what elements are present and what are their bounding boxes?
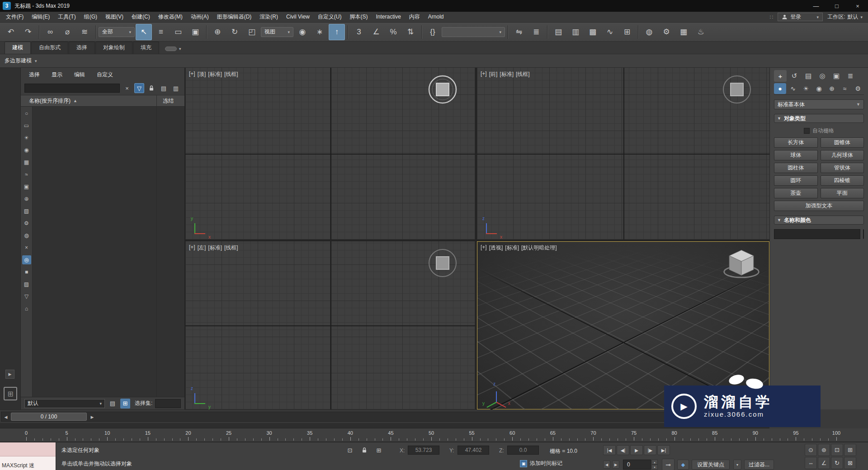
previous-frame-arrow[interactable]: ◀ (2, 414, 9, 420)
viewport-left-label-segment[interactable]: [+] (189, 244, 195, 252)
explorer-menu-display[interactable]: 显示 (52, 71, 62, 79)
viewport-front-label-segment[interactable]: [线框] (516, 70, 530, 78)
autogrid-checkbox[interactable] (804, 128, 810, 134)
text-plus-button[interactable]: 加强型文本 (774, 201, 864, 211)
tube-button[interactable]: 管状体 (821, 163, 864, 173)
display-lights-icon[interactable]: ☀ (22, 133, 31, 142)
menu-item-animation[interactable]: 动画(A) (187, 12, 213, 22)
viewport-perspective[interactable]: [+][透视][标准][默认明暗处理] z x y (477, 241, 769, 409)
material-editor-button[interactable]: ◍ (641, 24, 657, 40)
tab-create[interactable]: + (774, 70, 787, 82)
object-class-dropdown[interactable]: 标准基本体 ▼ (774, 99, 864, 109)
track-bar[interactable] (0, 423, 769, 428)
schematic-view-button[interactable]: ⊞ (619, 24, 635, 40)
dock-expand-button[interactable]: ▶ (5, 370, 14, 379)
selection-set-combo[interactable] (155, 399, 181, 408)
key-options-dropdown[interactable]: ▾ (733, 460, 741, 470)
chevron-down-icon[interactable]: ▾ (179, 47, 181, 51)
macro-recorder-pane[interactable] (0, 442, 56, 456)
tab-utilities[interactable]: ≣ (844, 70, 857, 82)
viewport-left[interactable]: [+][左][标准][线框] z y (185, 241, 475, 409)
snaps-toggle-button[interactable]: 3 (351, 24, 367, 40)
zoom-all-button[interactable]: ⊚ (818, 444, 830, 456)
menu-item-interactive[interactable]: Interactive (372, 12, 405, 22)
viewport-left-label-segment[interactable]: [线框] (224, 244, 238, 252)
next-frame-button[interactable]: |▶ (644, 445, 656, 455)
menu-item-tools[interactable]: 工具(T) (54, 12, 80, 22)
layers-view-button[interactable]: ▤ (108, 399, 118, 409)
menu-item-content[interactable]: 内容 (405, 12, 424, 22)
display-cameras-icon[interactable]: ◉ (22, 146, 31, 155)
ribbon-toggle[interactable]: ▩ (585, 24, 601, 40)
ribbon-minimize-icon[interactable] (165, 47, 177, 51)
play-button[interactable]: ▶ (630, 445, 643, 455)
select-and-link-button[interactable]: ∞ (42, 24, 58, 40)
x-coordinate-field[interactable]: 53.723 (408, 446, 439, 455)
category-cameras[interactable]: ◉ (813, 83, 825, 94)
key-mode-toggle[interactable]: ◆ (677, 460, 689, 470)
edit-named-selections-button[interactable]: {} (425, 24, 441, 40)
menu-item-arnold[interactable]: Arnold (424, 12, 448, 22)
viewport-front-label-segment[interactable]: [标准] (500, 70, 514, 78)
orbit-button[interactable]: ↻ (831, 457, 843, 469)
name-column-header[interactable]: 名称(按升序排序) (29, 97, 71, 105)
display-space-warps-icon[interactable]: ≈ (22, 170, 31, 179)
cone-button[interactable]: 圆锥体 (821, 137, 864, 148)
display-xrefs-icon[interactable]: ⊕ (22, 194, 31, 203)
category-space-warps[interactable]: ≈ (839, 83, 851, 94)
sort-mode-icon[interactable]: ▽ (22, 292, 31, 301)
tab-modify[interactable]: ↺ (788, 70, 801, 82)
collapse-all-icon[interactable]: ⌂ (22, 304, 31, 313)
menu-item-create[interactable]: 创建(C) (127, 12, 154, 22)
go-to-end-button[interactable]: ▶| (657, 445, 670, 455)
explorer-menu-edit[interactable]: 编辑 (74, 71, 85, 79)
viewport-front-label-segment[interactable]: [+] (481, 70, 487, 78)
zoom-extents-all-button[interactable]: ⊞ (844, 444, 856, 456)
zoom-button[interactable]: ⊙ (805, 444, 817, 456)
login-dropdown[interactable]: 登录 ▾ (778, 13, 823, 21)
viewport-left-label-segment[interactable]: [标准] (208, 244, 222, 252)
timeline-ruler[interactable]: 0510152025303540455055606570758085909510… (0, 428, 868, 442)
maxscript-mini-listener[interactable]: MAXScript 迷 (0, 442, 56, 470)
viewport-front-label-segment[interactable]: [前] (489, 70, 498, 78)
go-to-start-button[interactable]: |◀ (603, 445, 616, 455)
tab-motion[interactable]: ◎ (816, 70, 829, 82)
filter-icon[interactable]: ▽ (134, 83, 144, 93)
clear-search-button[interactable]: × (122, 83, 132, 93)
explorer-preset-dropdown[interactable]: 默认 ▾ (24, 399, 105, 408)
explorer-column-header[interactable]: 名称(按升序排序) ▲ 冻结 (21, 95, 184, 107)
undo-button[interactable]: ↶ (3, 24, 19, 40)
viewport-left-label-segment[interactable]: [左] (198, 244, 206, 252)
select-and-rotate-button[interactable]: ↻ (226, 24, 243, 40)
set-keys-button[interactable]: ⊸ (662, 459, 675, 470)
lock-icon[interactable] (146, 83, 156, 93)
next-key-button[interactable]: ▶ (612, 461, 619, 469)
curve-editor-button[interactable]: ∿ (602, 24, 618, 40)
menu-item-customize[interactable]: 自定义(U) (314, 12, 346, 22)
frozen-column-header[interactable]: 冻结 (163, 97, 174, 105)
configure-list-button[interactable]: ▥ (171, 83, 181, 93)
z-coordinate-field[interactable]: 0.0 (507, 446, 539, 455)
viewport-persp-label-segment[interactable]: [+] (481, 244, 487, 252)
category-helpers[interactable]: ⊕ (826, 83, 838, 94)
render-button[interactable]: ♨ (693, 24, 709, 40)
next-frame-arrow[interactable]: ▶ (89, 414, 96, 420)
ribbon-tab-populate[interactable]: 填充 (133, 42, 159, 54)
field-of-view-button[interactable]: ∠ (818, 457, 830, 469)
display-geometry-icon[interactable]: ▭ (22, 121, 31, 130)
viewport-persp-label-segment[interactable]: [默认明暗处理] (521, 244, 557, 252)
grid-view-button[interactable]: ⊞ (120, 399, 130, 409)
polygon-modeling-panel[interactable]: 多边形建模 (5, 57, 32, 65)
align-button[interactable]: ≣ (528, 24, 544, 40)
percent-snap-toggle[interactable]: % (385, 24, 401, 40)
rendered-frame-button[interactable]: ▦ (675, 24, 692, 40)
select-and-scale-button[interactable]: ◰ (244, 24, 260, 40)
ribbon-tab-selection[interactable]: 选择 (69, 42, 95, 54)
object-type-rollout[interactable]: ▼ 对象类型 (774, 114, 864, 123)
viewport-top-label-segment[interactable]: [线框] (224, 70, 238, 78)
explorer-search-input[interactable] (24, 84, 120, 93)
render-setup-button[interactable]: ⚙ (658, 24, 675, 40)
explorer-object-list[interactable] (33, 107, 184, 397)
time-slider-channel[interactable] (1, 412, 769, 422)
category-geometry[interactable]: ● (774, 83, 786, 94)
